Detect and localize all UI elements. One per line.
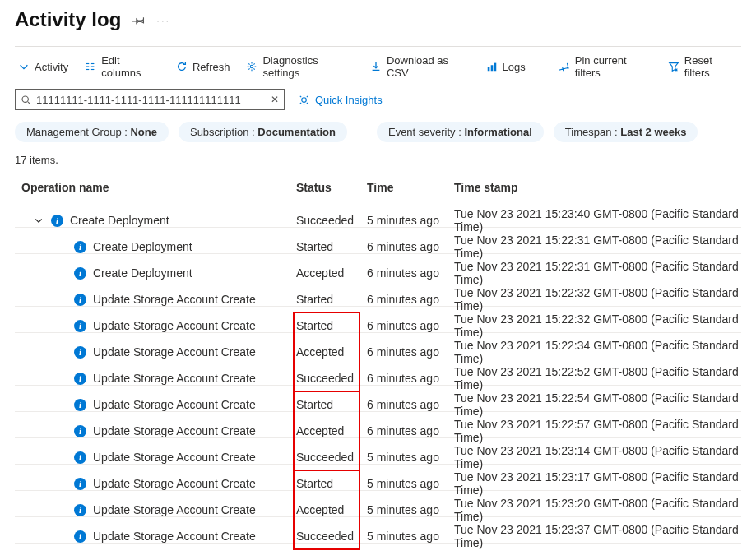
- toolbar: Activity Edit columns Refresh Diagnostic…: [15, 46, 741, 89]
- info-icon: i: [74, 267, 86, 280]
- timestamp-cell: Tue Nov 23 2021 15:22:32 GMT-0800 (Pacif…: [454, 286, 741, 312]
- time-cell: 5 minutes ago: [367, 530, 454, 543]
- filter-management-group[interactable]: Management Group : None: [15, 122, 169, 142]
- activity-button[interactable]: Activity: [18, 61, 68, 73]
- operation-cell: iUpdate Storage Account Create: [21, 345, 296, 359]
- page-header: Activity log ···: [15, 8, 741, 31]
- chevron-down-icon: [18, 61, 30, 72]
- status-cell: Accepted: [296, 260, 367, 286]
- edit-columns-button[interactable]: Edit columns: [85, 54, 160, 79]
- time-cell: 6 minutes ago: [367, 240, 454, 253]
- operation-name: Update Storage Account Create: [93, 530, 256, 543]
- info-icon: i: [51, 215, 63, 227]
- status-cell: Accepted: [296, 339, 367, 365]
- timestamp-cell: Tue Nov 23 2021 15:22:31 GMT-0800 (Pacif…: [454, 234, 741, 260]
- page-title: Activity log: [15, 8, 121, 31]
- timestamp-cell: Tue Nov 23 2021 15:22:57 GMT-0800 (Pacif…: [454, 418, 741, 444]
- svg-point-6: [251, 65, 254, 68]
- time-cell: 6 minutes ago: [367, 398, 454, 411]
- operation-name: Create Deployment: [70, 214, 169, 227]
- timestamp-cell: Tue Nov 23 2021 15:22:54 GMT-0800 (Pacif…: [454, 391, 741, 418]
- col-timestamp[interactable]: Time stamp: [454, 181, 741, 194]
- pin-filters-button[interactable]: Pin current filters: [559, 54, 652, 79]
- filter-subscription[interactable]: Subscription : Documentation: [179, 122, 347, 142]
- diagnostics-button[interactable]: Diagnostics settings: [246, 54, 353, 79]
- operation-cell: iCreate Deployment: [21, 214, 296, 227]
- columns-icon: [85, 61, 96, 72]
- filter-mg-value: None: [130, 126, 157, 138]
- timestamp-cell: Tue Nov 23 2021 15:23:14 GMT-0800 (Pacif…: [454, 444, 741, 470]
- col-time[interactable]: Time: [367, 181, 454, 194]
- status-cell: Succeeded: [296, 523, 367, 549]
- time-cell: 6 minutes ago: [367, 266, 454, 280]
- filter-severity[interactable]: Event severity : Informational: [377, 122, 544, 142]
- svg-rect-7: [487, 67, 489, 71]
- svg-line-11: [28, 101, 30, 103]
- refresh-button[interactable]: Refresh: [176, 61, 230, 73]
- info-icon: i: [74, 399, 86, 411]
- filter-sev-label: Event severity :: [388, 126, 464, 138]
- reset-filters-icon: [668, 61, 679, 72]
- more-icon[interactable]: ···: [156, 14, 170, 26]
- operation-name: Update Storage Account Create: [93, 372, 256, 385]
- time-cell: 6 minutes ago: [367, 372, 454, 385]
- info-icon: i: [74, 425, 86, 437]
- status-cell: Started: [296, 286, 367, 312]
- filter-ts-label: Timespan :: [565, 126, 620, 138]
- col-status[interactable]: Status: [296, 181, 367, 194]
- table-row[interactable]: iCreate DeploymentSucceeded5 minutes ago…: [15, 201, 741, 228]
- table-header: Operation name Status Time Time stamp: [15, 174, 741, 201]
- operation-name: Update Storage Account Create: [93, 503, 256, 516]
- status-cell: Started: [296, 470, 367, 497]
- status-cell: Succeeded: [296, 444, 367, 470]
- timestamp-cell: Tue Nov 23 2021 15:23:20 GMT-0800 (Pacif…: [454, 497, 741, 523]
- time-cell: 5 minutes ago: [367, 214, 454, 227]
- clear-icon[interactable]: ✕: [271, 94, 279, 105]
- operation-name: Update Storage Account Create: [93, 477, 256, 490]
- info-icon: i: [74, 346, 86, 359]
- filter-timespan[interactable]: Timespan : Last 2 weeks: [554, 122, 698, 142]
- operation-cell: iUpdate Storage Account Create: [21, 372, 296, 385]
- info-icon: i: [74, 451, 86, 464]
- col-operation[interactable]: Operation name: [21, 181, 296, 194]
- time-cell: 6 minutes ago: [367, 345, 454, 359]
- quick-insights-button[interactable]: Quick Insights: [298, 94, 383, 106]
- filter-sub-value: Documentation: [257, 126, 336, 138]
- timestamp-cell: Tue Nov 23 2021 15:22:34 GMT-0800 (Pacif…: [454, 339, 741, 365]
- time-cell: 6 minutes ago: [367, 293, 454, 306]
- logs-button[interactable]: Logs: [486, 61, 526, 73]
- status-cell: Succeeded: [296, 207, 367, 234]
- search-input[interactable]: [36, 94, 266, 106]
- timestamp-cell: Tue Nov 23 2021 15:23:40 GMT-0800 (Pacif…: [454, 207, 741, 234]
- edit-columns-label: Edit columns: [101, 54, 160, 79]
- status-cell: Succeeded: [296, 365, 367, 391]
- timestamp-cell: Tue Nov 23 2021 15:22:32 GMT-0800 (Pacif…: [454, 312, 741, 339]
- operation-cell: iUpdate Storage Account Create: [21, 477, 296, 490]
- operation-name: Update Storage Account Create: [93, 345, 256, 359]
- gear-icon: [246, 61, 257, 72]
- reset-filters-button[interactable]: Reset filters: [668, 54, 738, 79]
- lightbulb-icon: [298, 94, 310, 106]
- operation-name: Update Storage Account Create: [93, 293, 256, 306]
- operation-name: Update Storage Account Create: [93, 319, 256, 332]
- download-button[interactable]: Download as CSV: [370, 54, 470, 79]
- svg-rect-9: [494, 63, 496, 72]
- operation-name: Create Deployment: [93, 240, 192, 253]
- diagnostics-label: Diagnostics settings: [262, 54, 353, 79]
- operation-cell: iUpdate Storage Account Create: [21, 503, 296, 516]
- status-cell: Accepted: [296, 418, 367, 444]
- download-icon: [370, 61, 382, 72]
- filter-mg-label: Management Group :: [26, 126, 130, 138]
- info-icon: i: [74, 241, 86, 253]
- operation-name: Update Storage Account Create: [93, 398, 256, 411]
- operation-name: Update Storage Account Create: [93, 451, 256, 464]
- filter-sev-value: Informational: [464, 126, 531, 138]
- quick-insights-label: Quick Insights: [315, 94, 383, 106]
- search-box[interactable]: ✕: [15, 89, 285, 110]
- status-cell: Started: [296, 234, 367, 260]
- operation-cell: iUpdate Storage Account Create: [21, 424, 296, 437]
- chevron-down-icon[interactable]: [33, 215, 44, 225]
- operation-cell: iUpdate Storage Account Create: [21, 530, 296, 543]
- status-cell: Started: [296, 312, 367, 339]
- pin-icon[interactable]: [132, 14, 145, 26]
